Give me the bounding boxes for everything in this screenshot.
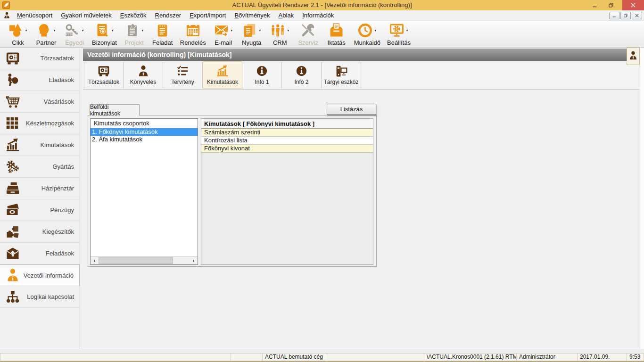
reports-list-header: Kimutatások [ Főkönyvi kimutatások ]	[201, 119, 373, 129]
monitor-gear-icon	[389, 23, 404, 38]
sidebar-item-keszletmozgasok[interactable]: Készletmozgások	[0, 113, 80, 134]
toolbar-crm[interactable]: ▾ CRM	[269, 23, 291, 46]
org-chart-icon	[6, 290, 20, 304]
title-bar: ACTUAL Ügyviteli Rendszer 2.1 - [Vezetői…	[0, 0, 644, 10]
tab-konyveles[interactable]: Könyvelés	[124, 62, 163, 88]
envelope-up-icon	[6, 247, 20, 261]
report-row-fokonyvi-kivonat[interactable]: Főkönyvi kivonat	[201, 145, 373, 153]
toolbar-iktatas[interactable]: Iktatás	[326, 23, 347, 46]
menu-bovitmenyek[interactable]: Bővítmények	[230, 10, 274, 21]
mdi-close-button[interactable]	[632, 12, 642, 19]
menu-gyakori-muveletek[interactable]: Gyakori műveletek	[57, 10, 116, 21]
info-icon	[256, 65, 268, 77]
toolbar-beallitas[interactable]: ▾ Beállítás	[387, 23, 411, 46]
menu-informaciok[interactable]: Információk	[298, 10, 338, 21]
window-close-button[interactable]	[622, 0, 644, 10]
window-title: ACTUAL Ügyviteli Rendszer 2.1 - [Vezetői…	[0, 0, 644, 10]
dropdown-arrow-icon[interactable]: ▾	[231, 28, 232, 33]
toolbar-bizonylat[interactable]: ▾ Bizonylat	[92, 23, 117, 46]
scroll-left-icon[interactable]: ‹	[91, 257, 99, 264]
status-cell-empty-3	[327, 353, 424, 361]
dropdown-arrow-icon[interactable]: ▾	[287, 28, 289, 33]
clock-icon	[358, 23, 372, 38]
dropdown-arrow-icon[interactable]: ▾	[406, 28, 408, 33]
info-icon	[296, 65, 308, 77]
key-icon	[65, 23, 80, 38]
dropdown-arrow-icon[interactable]: ▾	[112, 28, 114, 33]
sidebar-item-torzsadatok[interactable]: Törzsadatok	[0, 48, 80, 69]
page-title: Vezetői információ (kontrolling) [Kimuta…	[83, 49, 639, 61]
listazas-button[interactable]: Listázás	[327, 104, 376, 115]
reports-list: Kimutatások [ Főkönyvi kimutatások ] Szá…	[201, 118, 373, 265]
sidebar-item-eladasok[interactable]: Eladások	[0, 69, 80, 91]
sidebar-item-penzugy[interactable]: Pénzügy	[0, 199, 80, 221]
status-bar: ACTUAL bemutató cég \ACTUAL.Kronos0001 (…	[0, 353, 644, 361]
tab-targyi-eszkoz[interactable]: Tárgyi eszköz	[322, 62, 361, 88]
dropdown-arrow-icon[interactable]: ▾	[374, 28, 376, 33]
status-company: ACTUAL bemutató cég	[263, 353, 327, 361]
sidebar-item-gyartas[interactable]: Gyártás	[0, 156, 80, 178]
person-info-icon	[6, 268, 20, 282]
dropdown-arrow-icon[interactable]: ▾	[82, 28, 83, 33]
dropdown-arrow-icon[interactable]: ▾	[25, 28, 27, 33]
tab-info-1[interactable]: Infó 1	[242, 62, 282, 88]
list-item-fokonyvi-kimutatasok[interactable]: 1. Főkönyvi kimutatások	[91, 128, 198, 136]
sidebar-item-vasarlasok[interactable]: Vásárlások	[0, 91, 80, 113]
toolbar-email[interactable]: ▾ E-mail	[213, 23, 234, 46]
computer-icon	[335, 65, 347, 77]
window-restore-button[interactable]	[603, 0, 619, 10]
gears-icon	[6, 160, 20, 174]
sidebar-item-vezetoi-informacio[interactable]: Vezetői információ	[0, 264, 80, 286]
dropdown-arrow-icon[interactable]: ▾	[53, 28, 55, 33]
subtab-belfoldi-kimutatasok[interactable]: Belföldi kimutatások	[90, 104, 140, 115]
tools-icon	[301, 23, 315, 38]
sidebar-item-hazipenztar[interactable]: Házipénztár	[0, 178, 80, 199]
tab-kimutatasok[interactable]: Kimutatások	[203, 61, 242, 89]
document-search-icon	[95, 23, 110, 38]
menu-rendszer[interactable]: Rendszer	[150, 10, 185, 21]
status-database: \ACTUAL.Kronos0001 (2.1.61) RTM	[424, 353, 517, 361]
toolbar-projekt[interactable]: ▾ Projekt	[124, 23, 145, 46]
toolbar-egyedi[interactable]: ▾ Egyedi	[64, 23, 85, 46]
person-info-icon	[137, 65, 149, 77]
menu-eszkozok[interactable]: Eszközök	[116, 10, 151, 21]
menu-bar: Menücsoport Gyakori műveletek Eszközök R…	[0, 10, 644, 21]
toolbar-nyugta[interactable]: ▾ Nyugta	[241, 23, 263, 46]
toolbar-partner[interactable]: ▾ Partner	[35, 23, 57, 46]
sidebar-item-kimutatasok[interactable]: Kimutatások	[0, 134, 80, 156]
menu-export-import[interactable]: Export/import	[185, 10, 230, 21]
report-row-kontirozasi-lista[interactable]: Kontírozási lista	[201, 137, 373, 145]
report-row-szamlaszam-szerinti[interactable]: Számlaszám szerinti	[201, 129, 373, 137]
mdi-window-controls	[609, 12, 642, 19]
cash-register-icon	[6, 181, 20, 196]
sidebar-item-kiegeszitok[interactable]: Kiegészítők	[0, 221, 80, 243]
grid-icon	[6, 116, 20, 131]
tab-terv-teny[interactable]: Terv/tény	[163, 62, 203, 88]
scrollbar-thumb[interactable]	[99, 257, 173, 264]
application-window: ACTUAL Ügyviteli Rendszer 2.1 - [Vezetői…	[0, 0, 644, 362]
dropdown-arrow-icon[interactable]: ▾	[141, 28, 143, 33]
status-cell-empty-1	[0, 353, 231, 361]
puzzle-icon	[6, 225, 20, 239]
toolbar-feladat[interactable]: Feladat	[152, 23, 173, 46]
toolbar-szerviz[interactable]: Szerviz	[297, 23, 319, 46]
tab-info-2[interactable]: Infó 2	[282, 62, 322, 88]
toolbar-rendeles[interactable]: Rendelés	[180, 23, 206, 46]
list-item-afa-kimutatasok[interactable]: 2. Áfa kimutatások	[91, 136, 198, 143]
mdi-minimize-button[interactable]	[609, 12, 619, 19]
safe-icon	[98, 65, 110, 77]
toolbar-munkaido[interactable]: ▾ Munkaidő	[354, 23, 380, 46]
dropdown-arrow-icon[interactable]: ▾	[259, 28, 261, 33]
current-user-chip[interactable]	[627, 48, 640, 65]
tab-torzsadatok[interactable]: Törzsadatok	[84, 62, 124, 88]
horizontal-scrollbar[interactable]: ‹ ›	[91, 256, 198, 264]
menu-menucsoport[interactable]: Menücsoport	[13, 10, 57, 21]
toolbar-cikk[interactable]: ▾ Cikk	[7, 23, 29, 46]
scroll-right-icon[interactable]: ›	[190, 257, 198, 264]
menu-ablak[interactable]: Ablak	[274, 10, 298, 21]
bar-chart-icon	[6, 138, 20, 152]
sidebar-item-logikai-kapcsolat[interactable]: Logikai kapcsolat	[0, 286, 80, 308]
sidebar-item-feladasok[interactable]: Feladások	[0, 243, 80, 264]
mdi-restore-button[interactable]	[620, 12, 631, 19]
window-minimize-button[interactable]	[587, 0, 602, 10]
